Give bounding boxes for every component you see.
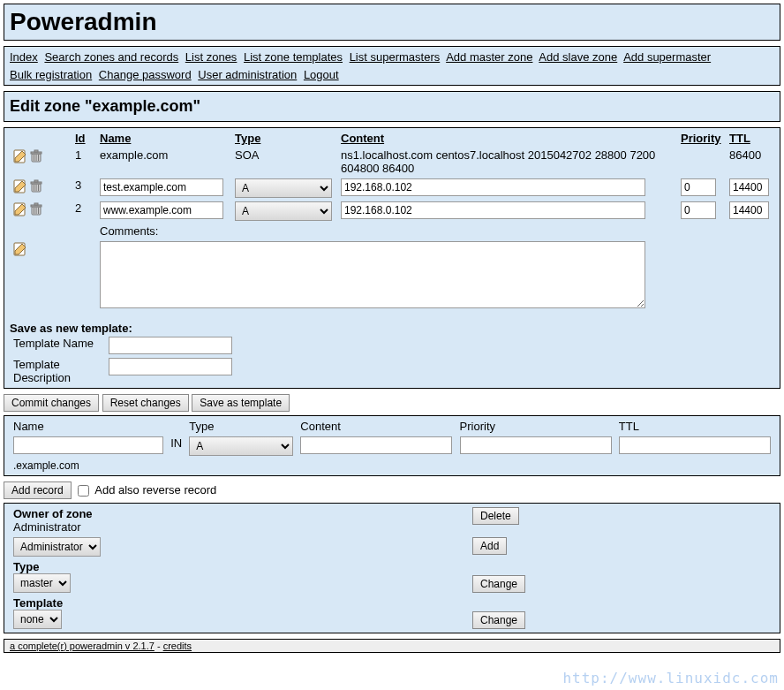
- owner-delete-button[interactable]: Delete: [472, 507, 519, 525]
- table-row: 3A: [10, 177, 774, 200]
- records-box: IdNameTypeContentPriorityTTL1example.com…: [4, 127, 780, 389]
- add-reverse-label: Add also reverse record: [94, 483, 216, 497]
- zone-heading: Edit zone "example.com": [10, 97, 774, 116]
- cell-id: 3: [72, 177, 96, 200]
- add-name-suffix: .example.com: [10, 458, 774, 474]
- col-priority[interactable]: Priority: [681, 132, 721, 145]
- owner-add-button[interactable]: Add: [472, 537, 507, 555]
- nav-change-passwd[interactable]: Change password: [99, 68, 192, 81]
- col-content[interactable]: Content: [341, 132, 384, 145]
- table-row: 1example.comSOAns1.localhost.com centos7…: [10, 147, 774, 177]
- add-type-select[interactable]: A: [189, 436, 293, 456]
- add-priority-label: Priority: [456, 418, 615, 435]
- add-priority-input[interactable]: [460, 436, 612, 454]
- edit-icon[interactable]: [13, 202, 27, 216]
- add-content-input[interactable]: [300, 436, 452, 454]
- reset-button[interactable]: Reset changes: [102, 394, 189, 412]
- add-name-input[interactable]: [13, 436, 163, 454]
- add-type-label: Type: [185, 418, 297, 435]
- cell-type-select[interactable]: A: [235, 201, 332, 221]
- add-record-bar: Add record Add also reverse record: [4, 481, 780, 499]
- cell-ttl-input[interactable]: [729, 178, 769, 196]
- edit-icon[interactable]: [13, 242, 27, 256]
- template-change-button[interactable]: Change: [472, 611, 525, 629]
- nav-list-templates[interactable]: List zone templates: [244, 50, 343, 64]
- comments-label: Comments:: [96, 223, 774, 239]
- svg-rect-17: [34, 203, 38, 205]
- cell-priority-input[interactable]: [681, 201, 716, 219]
- footer-label[interactable]: a complete(r) poweradmin v 2.1.7: [10, 641, 155, 651]
- add-record-button[interactable]: Add record: [4, 481, 72, 499]
- save-template-heading: Save as new template:: [10, 322, 132, 335]
- footer: a complete(r) poweradmin v 2.1.7 - credi…: [4, 639, 780, 653]
- cell-ttl-input[interactable]: [729, 201, 769, 219]
- edit-icon[interactable]: [13, 179, 27, 193]
- commit-button[interactable]: Commit changes: [4, 394, 99, 412]
- add-record-box: Name Type Content Priority TTL IN A .exa…: [4, 415, 780, 476]
- template-name-input[interactable]: [109, 337, 232, 354]
- trash-icon[interactable]: [29, 149, 43, 163]
- nav-list-zones[interactable]: List zones: [185, 50, 237, 64]
- trash-icon[interactable]: [29, 179, 43, 193]
- save-template-button[interactable]: Save as template: [192, 394, 290, 412]
- nav-add-master[interactable]: Add master zone: [446, 50, 532, 64]
- add-ttl-input[interactable]: [619, 436, 771, 454]
- template-heading: Template: [13, 596, 63, 610]
- template-desc-label: Template Description: [10, 356, 105, 386]
- nav-add-slave[interactable]: Add slave zone: [539, 50, 617, 64]
- template-select[interactable]: none: [13, 610, 62, 629]
- zone-meta-box: Owner of zone Administrator Delete Admin…: [4, 503, 780, 633]
- cell-id: 1: [72, 147, 96, 177]
- svg-rect-3: [34, 150, 38, 152]
- cell-ttl: 86400: [726, 147, 774, 177]
- cell-name-input[interactable]: [100, 201, 223, 219]
- template-desc-input[interactable]: [109, 358, 232, 375]
- col-ttl[interactable]: TTL: [729, 132, 750, 145]
- add-ttl-label: TTL: [615, 418, 774, 435]
- type-heading: Type: [13, 560, 39, 573]
- nav-add-supermaster[interactable]: Add supermaster: [623, 50, 711, 64]
- svg-rect-10: [34, 180, 38, 182]
- add-reverse-checkbox[interactable]: [78, 485, 89, 497]
- col-name[interactable]: Name: [100, 132, 131, 145]
- owner-select[interactable]: Administrator: [13, 537, 101, 557]
- trash-icon[interactable]: [29, 202, 43, 216]
- add-name-label: Name: [10, 418, 167, 435]
- type-change-button[interactable]: Change: [472, 575, 525, 593]
- owner-current: Administrator: [13, 520, 81, 534]
- cell-content-input[interactable]: [341, 201, 645, 219]
- nav-bulk-reg[interactable]: Bulk registration: [10, 68, 92, 81]
- nav-index[interactable]: Index: [10, 50, 38, 64]
- nav-search[interactable]: Search zones and records: [44, 50, 178, 64]
- template-name-label: Template Name: [10, 335, 105, 356]
- cell-name-input[interactable]: [100, 178, 223, 196]
- type-select[interactable]: master: [13, 573, 71, 593]
- table-row: 2A: [10, 200, 774, 223]
- col-type[interactable]: Type: [235, 132, 260, 145]
- comments-textarea[interactable]: [100, 241, 645, 308]
- zone-heading-box: Edit zone "example.com": [4, 91, 780, 122]
- cell-content-input[interactable]: [341, 178, 645, 196]
- header-box: Poweradmin: [4, 4, 780, 41]
- cell-type-select[interactable]: A: [235, 178, 332, 198]
- cell-id: 2: [72, 200, 96, 223]
- add-content-label: Content: [297, 418, 456, 435]
- nav-logout[interactable]: Logout: [304, 68, 339, 81]
- cell-priority: [677, 147, 726, 177]
- add-class-label: IN: [167, 435, 185, 458]
- cell-content: ns1.localhost.com centos7.localhost 2015…: [337, 147, 677, 177]
- cell-name: example.com: [96, 147, 231, 177]
- owner-heading: Owner of zone: [13, 507, 93, 520]
- nav-list-supermasters[interactable]: List supermasters: [350, 50, 441, 64]
- cell-type: SOA: [231, 147, 337, 177]
- commit-bar: Commit changes Reset changes Save as tem…: [4, 394, 780, 412]
- page-title: Poweradmin: [10, 8, 774, 36]
- footer-credits[interactable]: credits: [163, 641, 192, 651]
- nav-bar: Index Search zones and records List zone…: [4, 46, 780, 86]
- edit-icon[interactable]: [13, 149, 27, 163]
- col-id[interactable]: Id: [75, 132, 86, 145]
- nav-user-admin[interactable]: User administration: [198, 68, 297, 81]
- cell-priority-input[interactable]: [681, 178, 716, 196]
